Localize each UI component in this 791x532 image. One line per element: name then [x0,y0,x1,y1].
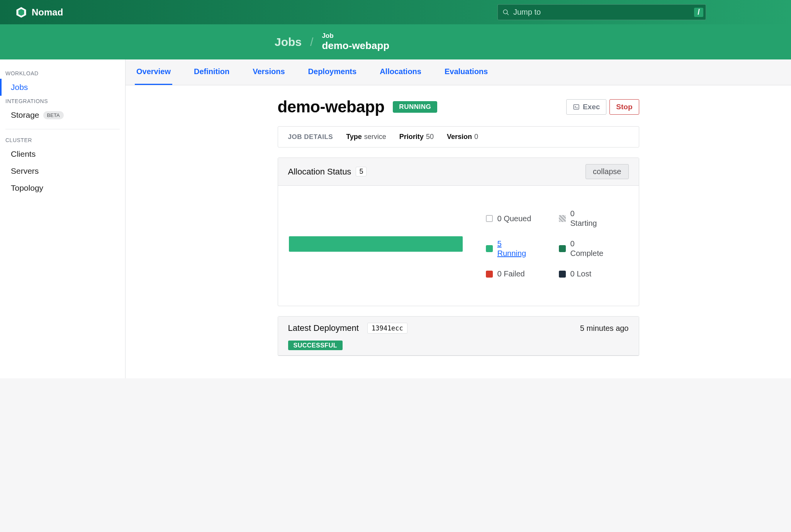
svg-line-3 [507,13,509,15]
collapse-button[interactable]: collapse [586,164,628,179]
swatch-complete [559,245,566,252]
svg-point-2 [503,10,508,14]
legend-queued: 0 Queued [486,209,546,228]
swatch-lost [559,271,566,278]
sidebar-item-storage[interactable]: Storage BETA [0,107,125,124]
legend-lost: 0 Lost [559,269,619,279]
legend-failed: 0 Failed [486,269,546,279]
job-priority: Priority50 [399,133,434,141]
legend-complete: 0Complete [559,239,619,258]
legend-starting: 0Starting [559,209,619,228]
breadcrumb: Jobs / Job demo-webapp [0,24,791,59]
search-shortcut: / [694,8,703,17]
svg-rect-4 [574,105,579,109]
allocation-status-card: Allocation Status 5 collapse 0 Queued 0S… [278,158,639,306]
stop-button[interactable]: Stop [609,99,639,115]
sidebar-divider [5,129,120,129]
deploy-time: 5 minutes ago [580,324,629,333]
top-bar: Nomad Jump to / [0,0,791,24]
swatch-starting [559,215,566,222]
job-tabs: Overview Definition Versions Deployments… [126,59,791,85]
alloc-status-title: Allocation Status [288,167,351,177]
sidebar-item-topology[interactable]: Topology [0,180,125,197]
sidebar-item-clients[interactable]: Clients [0,146,125,163]
sidebar-section-cluster: CLUSTER [0,135,125,146]
swatch-running [486,245,493,252]
tab-overview[interactable]: Overview [135,59,172,85]
sidebar-item-jobs[interactable]: Jobs [0,79,125,96]
job-title: demo-webapp [278,98,385,116]
job-type: Typeservice [346,133,386,141]
terminal-icon [573,103,580,110]
tab-deployments[interactable]: Deployments [307,59,358,85]
alloc-bar-running[interactable] [289,236,463,252]
alloc-status-count: 5 [356,167,367,176]
status-badge: RUNNING [393,101,437,113]
sidebar-item-servers[interactable]: Servers [0,163,125,180]
sidebar: WORKLOAD Jobs INTEGRATIONS Storage BETA … [0,59,126,378]
nomad-logo-icon [15,7,27,18]
breadcrumb-separator: / [310,36,313,49]
breadcrumb-root[interactable]: Jobs [275,36,302,49]
latest-deployment-card: Latest Deployment 13941ecc 5 minutes ago… [278,316,639,356]
exec-button[interactable]: Exec [566,99,606,115]
tab-versions[interactable]: Versions [251,59,286,85]
job-details-card: JOB DETAILS Typeservice Priority50 Versi… [278,126,639,147]
tab-evaluations[interactable]: Evaluations [443,59,489,85]
swatch-queued [486,215,493,222]
deploy-id[interactable]: 13941ecc [367,323,407,334]
beta-badge: BETA [43,111,64,119]
tab-definition[interactable]: Definition [192,59,231,85]
logo[interactable]: Nomad [15,7,63,18]
sidebar-section-integrations: INTEGRATIONS [0,96,125,107]
tab-allocations[interactable]: Allocations [378,59,423,85]
deploy-title: Latest Deployment [288,323,359,333]
breadcrumb-current: Job demo-webapp [322,32,389,52]
job-version: Version0 [447,133,478,141]
global-search[interactable]: Jump to / [497,4,706,20]
swatch-failed [486,271,493,278]
brand-name: Nomad [32,7,63,18]
search-placeholder: Jump to [513,8,541,17]
legend-running[interactable]: 5Running [486,239,546,258]
alloc-legend: 0 Queued 0Starting 5Running 0Complete 0 … [486,209,619,279]
job-header: demo-webapp RUNNING Exec Stop [278,98,639,116]
main-panel: Overview Definition Versions Deployments… [126,59,791,378]
search-icon [502,9,509,16]
sidebar-section-workload: WORKLOAD [0,68,125,79]
job-details-label: JOB DETAILS [288,133,333,141]
deploy-status-badge: SUCCESSFUL [288,341,343,350]
